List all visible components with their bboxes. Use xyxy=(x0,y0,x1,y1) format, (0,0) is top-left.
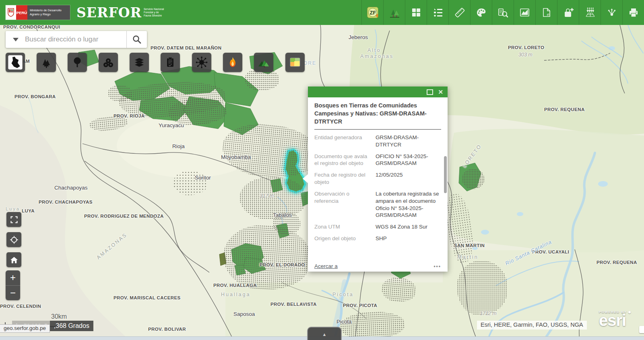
tool-legend[interactable] xyxy=(427,0,448,25)
popup-rows: Entidad generadoraGRSM-DRASAM-DTRTYCRDoc… xyxy=(314,134,441,242)
attribute-value: SHP xyxy=(376,235,387,242)
zoom-in-button[interactable]: + xyxy=(6,270,20,286)
map-attribution: Esri, HERE, Garmin, FAO, USGS, NGA xyxy=(477,321,587,330)
theme-layers-button[interactable] xyxy=(130,53,149,72)
search-button[interactable] xyxy=(127,31,147,48)
popup-scrollbar[interactable] xyxy=(444,156,447,193)
search-icon xyxy=(132,35,142,44)
popup-header: ✕ xyxy=(308,87,448,97)
attribute-value: GRSM-DRASAM-DTRTYCR xyxy=(376,134,441,148)
popup-attribute-row: Observación o referenciaLa cobertura reg… xyxy=(314,190,441,219)
popup-attribute-row: Entidad generadoraGRSM-DRASAM-DTRTYCR xyxy=(314,134,441,148)
tool-zoom-extent-zf[interactable]: ZF xyxy=(361,0,383,25)
globe-dot-icon xyxy=(628,311,631,313)
popup-footer: Acercar a ••• xyxy=(314,263,441,269)
selected-feature-polygon[interactable] xyxy=(285,150,305,192)
popup-divider xyxy=(314,129,441,130)
attribute-label: Entidad generadora xyxy=(314,134,371,148)
tool-forest-theme[interactable] xyxy=(383,0,405,25)
attribute-value: OFICIO N° 534-2025-GRSM/DRASAM xyxy=(376,153,441,167)
zoom-to-link[interactable]: Acercar a xyxy=(314,263,338,269)
chevron-up-icon: ▲ xyxy=(322,332,327,337)
search-input[interactable] xyxy=(24,35,126,44)
app-header: PERÚ Ministerio de Desarrollo Agrario y … xyxy=(0,0,644,25)
serfor-brand: SERFOR Servicio Nacional Forestal y de F… xyxy=(76,6,165,19)
header-toolbar: ZF e xyxy=(361,0,644,25)
attribute-label: Observación o referencia xyxy=(314,190,371,219)
clipboard-icon xyxy=(163,56,177,69)
popup-attribute-row: Fecha de registro del objeto12/05/2025 xyxy=(314,171,441,186)
home-button[interactable] xyxy=(6,252,21,267)
attribute-label: Origen del objeto xyxy=(314,235,371,242)
popup-attribute-row: Documento que avala el registro del obje… xyxy=(314,153,441,167)
logs-icon xyxy=(101,56,115,69)
zf-badge-text: ZF xyxy=(369,10,376,16)
popup-title: Bosques en Tierras de Comunidades Campes… xyxy=(314,101,441,126)
gov-logo-block: PERÚ Ministerio de Desarrollo Agrario y … xyxy=(6,5,70,20)
zoom-out-button[interactable]: − xyxy=(6,286,20,301)
home-icon xyxy=(10,256,19,264)
attribute-value: WGS 84 Zona 18 Sur xyxy=(376,223,427,231)
popup-close-icon[interactable]: ✕ xyxy=(438,89,443,95)
tool-chart[interactable] xyxy=(514,0,535,25)
fire-icon xyxy=(226,56,239,69)
attribute-value: La cobertura registrada se ampara en el … xyxy=(376,190,441,219)
zoom-control: + − xyxy=(6,270,20,300)
landcover-map-icon xyxy=(288,56,302,69)
popup-body: Bosques en Tierras de Comunidades Campes… xyxy=(308,97,448,272)
locate-button[interactable] xyxy=(6,232,21,247)
popup-attribute-row: Origen del objetoSHP xyxy=(314,235,441,242)
locate-icon xyxy=(10,235,19,244)
fullscreen-icon xyxy=(10,216,18,224)
search-source-dropdown-icon[interactable] xyxy=(13,38,19,41)
esri-logo-text: esri xyxy=(599,314,631,327)
layers-icon xyxy=(132,56,146,69)
tool-print[interactable] xyxy=(622,0,644,25)
theme-plantations-button[interactable] xyxy=(254,53,273,72)
tool-interpolation[interactable] xyxy=(579,0,601,25)
popup-more-options[interactable]: ••• xyxy=(433,264,441,269)
theme-fauna-button[interactable] xyxy=(37,53,56,72)
coordinate-degrees: ,368 Grados xyxy=(50,321,93,331)
tool-draw[interactable] xyxy=(470,0,492,25)
attribute-value: 12/05/2025 xyxy=(376,171,403,186)
attribute-label: Zona UTM xyxy=(314,223,371,231)
theme-timber-button[interactable] xyxy=(99,53,118,72)
tool-add-data[interactable] xyxy=(557,0,579,25)
serfor-subtitle: Servicio Nacional Forestal y de Fauna Si… xyxy=(144,8,165,17)
peru-map-icon xyxy=(7,54,23,70)
scalebar-label: 30km xyxy=(51,313,67,320)
theme-peru-extent-button[interactable] xyxy=(6,53,25,72)
peru-coat-of-arms-icon xyxy=(6,5,16,20)
plantation-trees-icon xyxy=(257,56,270,69)
tool-share[interactable] xyxy=(601,0,622,25)
attribute-table-toggle[interactable]: ▲ xyxy=(307,327,342,340)
search-box xyxy=(6,31,147,48)
conifer-trees-icon xyxy=(39,56,53,69)
tool-basemap-gallery[interactable] xyxy=(405,0,427,25)
svg-text:e: e xyxy=(547,12,549,16)
fullscreen-button[interactable] xyxy=(6,212,21,227)
feature-popup: ✕ Bosques en Tierras de Comunidades Camp… xyxy=(308,87,448,272)
tool-measure[interactable] xyxy=(448,0,470,25)
tool-export-data[interactable]: e xyxy=(535,0,557,25)
theme-flora-button[interactable] xyxy=(68,53,87,72)
attribute-label: Fecha de registro del objeto xyxy=(314,171,371,186)
tool-attribute-search[interactable] xyxy=(492,0,514,25)
virus-icon xyxy=(195,56,208,69)
theme-pests-button[interactable] xyxy=(192,53,211,72)
popup-attribute-row: Zona UTMWGS 84 Zona 18 Sur xyxy=(314,223,441,231)
attribute-label: Documento que avala el registro del obje… xyxy=(314,153,371,167)
peru-label: PERÚ xyxy=(16,5,27,20)
ministry-label: Ministerio de Desarrollo Agrario y Riego xyxy=(27,5,70,20)
status-url-tooltip: geo.serfor.gob.pe xyxy=(0,324,50,333)
theme-fires-button[interactable] xyxy=(223,53,242,72)
serfor-logo-text: SERFOR xyxy=(76,6,142,19)
theme-landcover-button[interactable] xyxy=(285,53,305,72)
theme-registry-button[interactable] xyxy=(161,53,180,72)
map-pin-badge xyxy=(639,326,644,333)
popup-maximize-icon[interactable] xyxy=(427,89,433,95)
esri-logo: POWERED BY esri xyxy=(599,310,631,327)
tree-icon xyxy=(70,56,84,69)
